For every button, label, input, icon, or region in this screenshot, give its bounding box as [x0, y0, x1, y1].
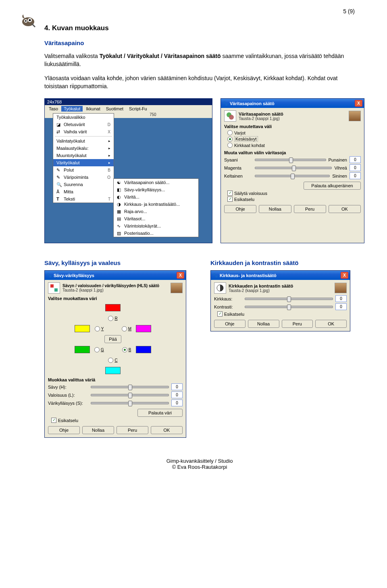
footer-line-2: © Eva Roos-Rautakorpi: [44, 464, 355, 470]
slider-magenta-green[interactable]: [255, 167, 332, 169]
check-preview[interactable]: ✓Esikatselu: [51, 418, 183, 423]
footer-line-1: Gimp-kuvankäsittely / Studio: [44, 458, 355, 464]
check-preview[interactable]: ✓Esikatselu: [227, 197, 361, 202]
radio-r[interactable]: R: [108, 316, 117, 321]
check-preserve-lum[interactable]: ✓Säilytä valoisuus: [227, 190, 361, 196]
swatch-magenta: [136, 325, 151, 332]
check-preview[interactable]: ✓Esikatselu: [217, 311, 347, 317]
svg-rect-8: [54, 288, 58, 292]
swatch-yellow: [75, 325, 90, 332]
close-icon[interactable]: X: [177, 272, 184, 279]
svg-point-4: [29, 19, 31, 21]
subheading-hls: Sävy, kylläisyys ja vaaleus: [44, 259, 186, 266]
swatch-red: [105, 304, 121, 311]
close-icon[interactable]: X: [341, 272, 348, 279]
value-yellow-blue[interactable]: 0: [350, 172, 361, 179]
cancel-button[interactable]: Peru: [117, 426, 148, 434]
slider-cyan-red[interactable]: [255, 159, 326, 161]
slider-yellow-blue[interactable]: [255, 175, 330, 177]
reset-color-button[interactable]: Palauta väri: [137, 409, 183, 417]
section-heading: 4. Kuvan muokkaus: [44, 24, 355, 32]
layer-thumb: [335, 283, 347, 293]
radio-m[interactable]: M: [122, 326, 131, 331]
radio-g[interactable]: G: [94, 347, 104, 352]
svg-rect-7: [50, 284, 54, 288]
radio-highlights[interactable]: Kirkkaat kohdat: [227, 143, 361, 148]
help-button[interactable]: Ohje: [224, 205, 256, 213]
dialog-hue-saturation: 🐾Sävy-värikylläisyysX Sävyn / valoisuude…: [44, 270, 186, 438]
subheading-brightness-contrast: Kirkkauden ja kontrastin säätö: [210, 259, 350, 266]
slider-lightness[interactable]: [91, 394, 169, 396]
wilber-icon: 🐾: [212, 273, 218, 278]
paragraph-2: Yläosasta voidaan valita kohde, johon vä…: [44, 74, 355, 91]
radio-b[interactable]: B: [122, 347, 131, 352]
group-select-range: Valitse muutettava väli: [224, 124, 361, 129]
reset-range-button[interactable]: Palauta alkuperäinen: [304, 182, 361, 190]
help-button[interactable]: Ohje: [214, 320, 246, 328]
radio-c[interactable]: C: [108, 358, 117, 363]
group-adjust: Muuta valitun välin väritasoja: [224, 150, 361, 155]
bc-icon: [214, 282, 226, 294]
value-cyan-red[interactable]: 0: [350, 156, 361, 163]
wilber-icon: 🐾: [46, 273, 52, 278]
svg-point-6: [229, 115, 234, 120]
color-balance-icon: [224, 110, 236, 122]
slider-brightness[interactable]: [245, 298, 333, 300]
svg-point-2: [25, 20, 27, 22]
ok-button[interactable]: OK: [151, 426, 183, 434]
dialog-brightness-contrast: 🐾Kirkkaus- ja kontrastisäätöX Kirkkauden…: [210, 270, 350, 331]
page-number: 5 (9): [343, 8, 355, 14]
gimp-logo-icon: [20, 12, 36, 28]
group-modify: Muokkaa valittua väriä: [48, 377, 183, 382]
close-icon[interactable]: X: [355, 100, 362, 107]
value-lightness[interactable]: 0: [171, 391, 183, 398]
slider-hue[interactable]: [91, 386, 169, 388]
radio-y[interactable]: Y: [95, 326, 104, 331]
hls-icon: [48, 282, 60, 294]
value-saturation[interactable]: 0: [171, 400, 183, 406]
ok-button[interactable]: OK: [329, 205, 361, 213]
dropdown-tools[interactable]: Työkaluvalikko ◪OletusväritD ⇄Vaihda vär…: [53, 113, 114, 203]
window-title: 24x768: [45, 99, 212, 105]
dialog-color-balance: 🐾Väritasapainon säätöX Väritasapainon sä…: [221, 98, 364, 243]
group-select-color: Valitse muokattava väri: [48, 296, 183, 301]
swatch-green: [75, 346, 90, 353]
slider-contrast[interactable]: [245, 306, 333, 308]
swatch-cyan: [105, 367, 121, 374]
value-contrast[interactable]: 0: [335, 303, 347, 310]
reset-button[interactable]: Nollaa: [248, 320, 279, 328]
cancel-button[interactable]: Peru: [282, 320, 313, 328]
menubar: Taso Työkalut Ikkunat Suotimet Script-Fu: [45, 105, 212, 112]
master-button[interactable]: Pää: [104, 335, 121, 343]
radio-midtones[interactable]: Keskisävyt: [227, 136, 361, 142]
swatch-blue: [136, 346, 151, 353]
paragraph-1: Valitsemalla valikosta Työkalut / Värity…: [44, 52, 355, 68]
value-magenta-green[interactable]: 0: [350, 164, 361, 171]
slider-saturation[interactable]: [91, 402, 169, 404]
value-hue[interactable]: 0: [171, 383, 183, 390]
reset-button[interactable]: Nollaa: [259, 205, 291, 213]
reset-button[interactable]: Nollaa: [82, 426, 114, 434]
ok-button[interactable]: OK: [315, 320, 347, 328]
screenshot-menu: 24x768 Taso Työkalut Ikkunat Suotimet Sc…: [44, 98, 212, 243]
value-brightness[interactable]: 0: [335, 295, 347, 302]
cancel-button[interactable]: Peru: [294, 205, 326, 213]
subheading-color-balance: Väritasapaino: [44, 39, 355, 46]
help-button[interactable]: Ohje: [48, 426, 80, 434]
layer-thumb: [171, 283, 183, 293]
layer-thumb: [349, 111, 361, 121]
radio-shadows[interactable]: Varjot: [227, 130, 361, 135]
submenu-color-tools[interactable]: ☯Väritasapainon säätö... ◧Sävy-värikyllä…: [113, 178, 199, 237]
wilber-icon: 🐾: [223, 101, 228, 106]
